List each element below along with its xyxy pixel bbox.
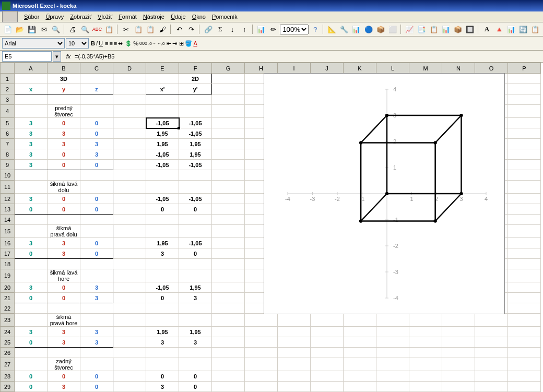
cell[interactable]: 3 <box>48 327 80 337</box>
cell[interactable]: 3 <box>80 327 113 337</box>
row-22[interactable]: 22 <box>1 303 15 314</box>
cell[interactable]: 3 <box>15 238 48 248</box>
open-icon[interactable]: 📂 <box>14 23 25 35</box>
menu-subor[interactable]: Súbor <box>21 13 42 21</box>
cell[interactable]: 1,95 <box>179 282 212 293</box>
cell[interactable]: 0 <box>15 382 48 392</box>
cell[interactable]: z <box>80 84 113 94</box>
copy-icon[interactable]: 📋 <box>133 23 144 35</box>
cell[interactable]: 3D <box>48 74 80 84</box>
ext2-icon[interactable]: 🔧 <box>339 23 350 35</box>
menu-format[interactable]: Formát <box>115 13 140 21</box>
cell[interactable]: 3 <box>80 337 113 348</box>
row-7[interactable]: 7 <box>1 139 15 149</box>
col-H[interactable]: H <box>245 63 278 74</box>
cell[interactable]: 3 <box>48 382 80 392</box>
permission-icon[interactable]: 🔍 <box>51 23 62 35</box>
col-J[interactable]: J <box>311 63 344 74</box>
cell[interactable]: 3 <box>146 337 179 348</box>
fill-color-icon[interactable]: 🪣 <box>185 40 192 47</box>
row-18[interactable]: 18 <box>1 259 15 269</box>
cell[interactable]: 3 <box>15 282 48 293</box>
cell[interactable]: 3 <box>179 337 212 348</box>
cell[interactable]: y' <box>179 84 212 94</box>
cell[interactable]: 3 <box>48 337 80 348</box>
cell[interactable]: -1,05 <box>146 282 179 293</box>
hyperlink-icon[interactable]: 🔗 <box>203 23 214 35</box>
cell[interactable]: 3 <box>48 139 80 149</box>
cell[interactable]: 0 <box>15 204 48 215</box>
menu-udaje[interactable]: Údaje <box>168 13 189 21</box>
cell[interactable]: zadný štvorec <box>48 358 80 371</box>
worksheet-grid[interactable]: A B C D E F G H I J K L M N O P 13D2D 2x… <box>0 63 543 392</box>
undo-icon[interactable]: ↶ <box>174 23 185 35</box>
font-select[interactable]: Arial <box>2 38 65 49</box>
name-box[interactable]: E5 <box>2 51 52 62</box>
cell[interactable]: -1,05 <box>146 194 179 204</box>
control-icon[interactable] <box>2 11 18 22</box>
col-K[interactable]: K <box>344 63 376 74</box>
ext17-icon[interactable]: 📋 <box>530 23 541 35</box>
cell[interactable]: 0 <box>48 282 80 293</box>
ext16-icon[interactable]: 🔄 <box>517 23 528 35</box>
cell[interactable]: šikmá pravá hore <box>48 314 80 327</box>
cell[interactable]: šikmá ľavá hore <box>48 269 80 282</box>
row-20[interactable]: 20 <box>1 282 15 293</box>
cell[interactable]: 3 <box>48 238 80 248</box>
redo-icon[interactable]: ↷ <box>186 23 197 35</box>
cell[interactable]: 3 <box>15 149 48 160</box>
drawing-icon[interactable]: ✏ <box>268 23 279 35</box>
menu-upravy[interactable]: Úpravy <box>42 13 67 21</box>
comma-icon[interactable]: 000 <box>139 41 147 46</box>
formula-text[interactable]: =(-0,35*A5)+B5 <box>73 53 541 60</box>
cell[interactable] <box>113 74 146 84</box>
ext10-icon[interactable]: 📊 <box>440 23 451 35</box>
cell[interactable]: 3 <box>15 327 48 337</box>
row-15[interactable]: 15 <box>1 225 15 238</box>
cut-icon[interactable]: ✂ <box>121 23 132 35</box>
cell[interactable]: 0 <box>48 293 80 303</box>
cell[interactable]: 3 <box>80 293 113 303</box>
row-3[interactable]: 3 <box>1 94 15 105</box>
cell[interactable]: 0 <box>48 204 80 215</box>
ext11-icon[interactable]: 📦 <box>452 23 463 35</box>
cell[interactable]: 0 <box>15 293 48 303</box>
mail-icon[interactable]: ✉ <box>39 23 50 35</box>
new-icon[interactable]: 📄 <box>2 23 13 35</box>
cell[interactable]: predný štvorec <box>48 105 80 118</box>
cell[interactable]: 0 <box>15 248 48 259</box>
cell[interactable]: šikmá pravá dolu <box>48 225 80 238</box>
print-icon[interactable]: 🖨 <box>67 23 78 35</box>
cell[interactable] <box>212 74 245 84</box>
cell[interactable]: 0 <box>80 371 113 382</box>
cell[interactable]: 0 <box>80 128 113 139</box>
cell[interactable]: 0 <box>48 149 80 160</box>
cell[interactable]: 3 <box>15 128 48 139</box>
cell[interactable] <box>15 74 48 84</box>
col-I[interactable]: I <box>278 63 311 74</box>
col-B[interactable]: B <box>48 63 80 74</box>
cell[interactable]: 0 <box>80 248 113 259</box>
sort-asc-icon[interactable]: ↓ <box>227 23 238 35</box>
cell[interactable]: 0 <box>48 194 80 204</box>
cell[interactable]: -1,05 <box>146 160 179 170</box>
borders-icon[interactable]: ⊞ <box>179 40 184 47</box>
cell-E5[interactable]: -1,05 <box>146 118 179 128</box>
cell[interactable]: 0 <box>146 204 179 215</box>
cell[interactable]: 0 <box>48 160 80 170</box>
cell[interactable]: -1,05 <box>179 160 212 170</box>
cell[interactable]: 0 <box>48 118 80 128</box>
row-11[interactable]: 11 <box>1 181 15 194</box>
row-14[interactable]: 14 <box>1 215 15 225</box>
row-23[interactable]: 23 <box>1 314 15 327</box>
ext6-icon[interactable]: ⬜ <box>387 23 398 35</box>
cube-chart[interactable]: -4-3-2-11234-4-3-2-11234 <box>264 73 505 314</box>
dec-indent-icon[interactable]: ⇤ <box>167 40 171 47</box>
row-6[interactable]: 6 <box>1 128 15 139</box>
row-24[interactable]: 24 <box>1 327 15 337</box>
cell[interactable]: 0 <box>146 371 179 382</box>
ext8-icon[interactable]: 📑 <box>416 23 427 35</box>
cell[interactable] <box>80 105 113 118</box>
row-27[interactable]: 27 <box>1 358 15 371</box>
menu-zobrazit[interactable]: Zobraziť <box>67 13 95 21</box>
